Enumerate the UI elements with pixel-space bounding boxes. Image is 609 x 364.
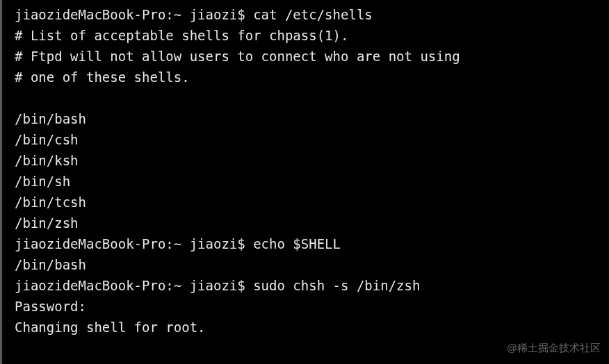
terminal-line: /bin/zsh: [15, 213, 609, 233]
output-text: # Ftpd will not allow users to connect w…: [15, 49, 460, 64]
terminal-line: jiaozideMacBook-Pro:~ jiaozi$ sudo chsh …: [15, 275, 609, 296]
terminal-line: /bin/csh: [15, 129, 609, 150]
watermark-text: @稀土掘金技术社区: [507, 338, 601, 358]
output-text: /bin/sh: [15, 174, 70, 189]
terminal-output[interactable]: jiaozideMacBook-Pro:~ jiaozi$ cat /etc/s…: [15, 4, 609, 338]
output-text: /bin/tcsh: [15, 195, 86, 210]
shell-prompt: jiaozideMacBook-Pro:~ jiaozi$: [15, 236, 253, 251]
output-text: # one of these shells.: [15, 69, 190, 85]
output-text: /bin/bash: [15, 111, 86, 126]
output-text: /bin/csh: [15, 132, 79, 147]
output-text: /bin/bash: [15, 257, 86, 272]
shell-prompt: jiaozideMacBook-Pro:~ jiaozi$: [15, 7, 253, 22]
output-text: /bin/ksh: [15, 153, 79, 168]
terminal-line: [15, 88, 609, 108]
output-text: /bin/zsh: [15, 215, 79, 231]
terminal-line: Changing shell for root.: [15, 317, 609, 338]
terminal-line: # Ftpd will not allow users to connect w…: [15, 46, 609, 67]
terminal-line: /bin/bash: [15, 108, 609, 129]
shell-command: cat /etc/shells: [253, 7, 373, 22]
output-text: Password:: [15, 299, 86, 314]
shell-prompt: jiaozideMacBook-Pro:~ jiaozi$: [15, 278, 253, 293]
terminal-line: jiaozideMacBook-Pro:~ jiaozi$ echo $SHEL…: [15, 233, 609, 254]
terminal-line: jiaozideMacBook-Pro:~ jiaozi$ cat /etc/s…: [15, 4, 609, 25]
terminal-line: /bin/ksh: [15, 150, 609, 171]
shell-command: echo $SHELL: [253, 236, 341, 251]
terminal-line: /bin/tcsh: [15, 192, 609, 213]
output-text: [15, 90, 22, 106]
terminal-line: Password:: [15, 296, 609, 317]
terminal-line: /bin/bash: [15, 254, 609, 275]
output-text: # List of acceptable shells for chpass(1…: [15, 28, 348, 43]
terminal-line: /bin/sh: [15, 171, 609, 192]
output-text: Changing shell for root.: [15, 320, 206, 335]
terminal-line: # one of these shells.: [15, 67, 609, 88]
shell-command: sudo chsh -s /bin/zsh: [253, 278, 420, 293]
terminal-line: # List of acceptable shells for chpass(1…: [15, 25, 609, 46]
